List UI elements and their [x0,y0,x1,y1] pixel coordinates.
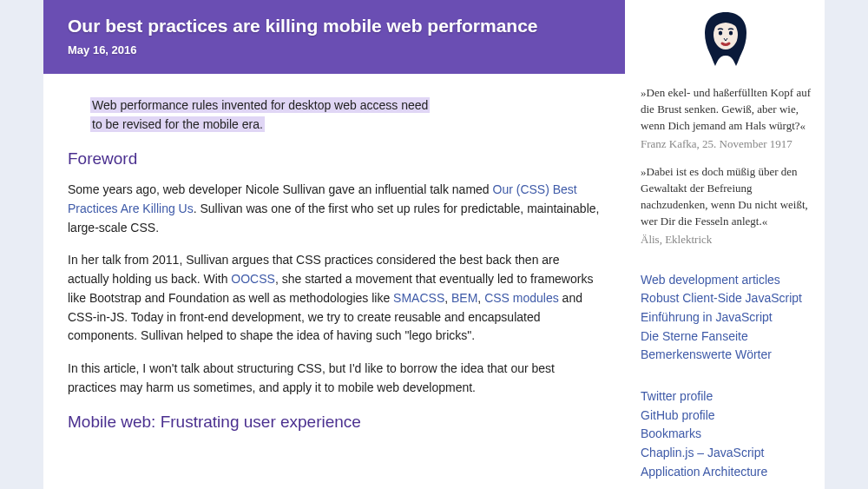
article-date: May 16, 2016 [68,43,601,56]
paragraph: In her talk from 2011, Sullivan argues t… [68,251,601,345]
avatar-icon[interactable] [696,9,755,69]
sidebar-link[interactable]: Web development articles [641,271,811,290]
quote-block: »Den ekel- und haßerfüllten Kopf auf die… [641,85,811,152]
sidebar: »Den ekel- und haßerfüllten Kopf auf die… [625,0,825,489]
quote-block: »Dabei ist es doch müßig über den Gewalt… [641,164,811,248]
sidebar-link[interactable]: Bookmarks [641,425,811,444]
sidebar-link[interactable]: Die Sterne Fanseite [641,327,811,347]
lede: Web performance rules invented for deskt… [68,96,601,134]
heading-foreword: Foreword [68,149,601,169]
svg-point-2 [729,30,733,35]
sidebar-links-primary: Web development articles Robust Client-S… [641,271,811,365]
article-title: Our best practices are killing mobile we… [68,16,601,36]
paragraph: Some years ago, web developer Nicole Sul… [68,181,601,237]
sidebar-link[interactable]: Chaplin.js – JavaScript Application Arch… [641,444,811,481]
lede-highlight-line2: to be revised for the mobile era. [90,116,265,132]
lede-highlight-line1: Web performance rules invented for deskt… [90,97,430,113]
heading-mobile-web: Mobile web: Frustrating user experience [68,413,601,432]
link-oocss[interactable]: OOCSS [231,272,275,286]
sidebar-link[interactable]: Twitter profile [641,387,811,406]
sidebar-link[interactable]: Bemerkenswerte Wörter [641,346,811,365]
link-css-modules[interactable]: CSS modules [484,291,559,305]
svg-point-1 [719,30,722,35]
paragraph: In this article, I won't talk about stru… [68,360,601,397]
sidebar-links-secondary: Twitter profile GitHub profile Bookmarks… [641,387,811,481]
quote-attribution: Franz Kafka, 25. November 1917 [641,136,811,153]
quote-text: »Dabei ist es doch müßig über den Gewalt… [641,164,811,229]
sidebar-link[interactable]: Robust Client-Side JavaScript [641,289,811,308]
sidebar-link[interactable]: GitHub profile [641,406,811,426]
link-smacss[interactable]: SMACSS [393,291,444,305]
quote-text: »Den ekel- und haßerfüllten Kopf auf die… [641,85,811,135]
sidebar-link[interactable]: Einführung in JavaScript [641,308,811,327]
quote-attribution: Älis, Eklektrick [641,232,811,248]
link-bem[interactable]: BEM [451,291,477,305]
article-body: Web performance rules invented for deskt… [43,74,625,461]
avatar-wrap [641,9,811,73]
article-header: Our best practices are killing mobile we… [43,0,625,74]
